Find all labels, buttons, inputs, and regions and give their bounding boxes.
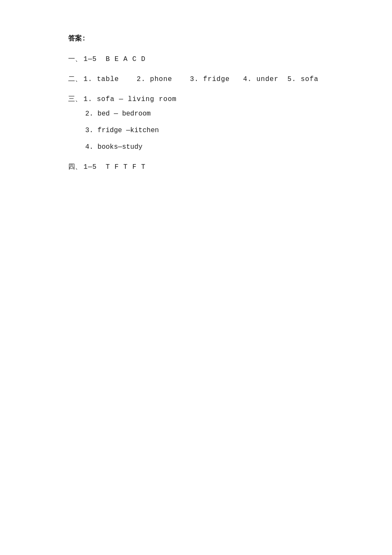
section-1-content: 1—5 B E A C D	[84, 53, 146, 66]
section-1: 一、 1—5 B E A C D	[68, 53, 324, 66]
section-4-content: 1—5 T F T F T	[84, 161, 146, 173]
section-3-content: 1. sofa — living room	[84, 93, 176, 106]
section-4-label: 四、	[68, 161, 82, 173]
section-2-content: 1. table 2. phone 3. fridge 4. under 5. …	[84, 73, 318, 86]
section-2-label: 二、	[68, 73, 82, 86]
section-1-label: 一、	[68, 53, 82, 66]
section-4: 四、 1—5 T F T F T	[68, 161, 324, 173]
section-3: 三、 1. sofa — living room 2. bed — bedroo…	[68, 93, 324, 153]
sub-item-3: 4. books—study	[85, 141, 324, 153]
sections-container: 一、 1—5 B E A C D 二、 1. table 2. phone 3.…	[68, 53, 324, 173]
sub-item-1: 2. bed — bedroom	[85, 108, 324, 120]
section-2: 二、 1. table 2. phone 3. fridge 4. under …	[68, 73, 324, 86]
answer-header: 答案:	[68, 34, 324, 43]
sub-item-2: 3. fridge —kitchen	[85, 124, 324, 137]
section-3-label: 三、	[68, 93, 82, 106]
section-3-subitems: 2. bed — bedroom 3. fridge —kitchen 4. b…	[68, 108, 324, 153]
